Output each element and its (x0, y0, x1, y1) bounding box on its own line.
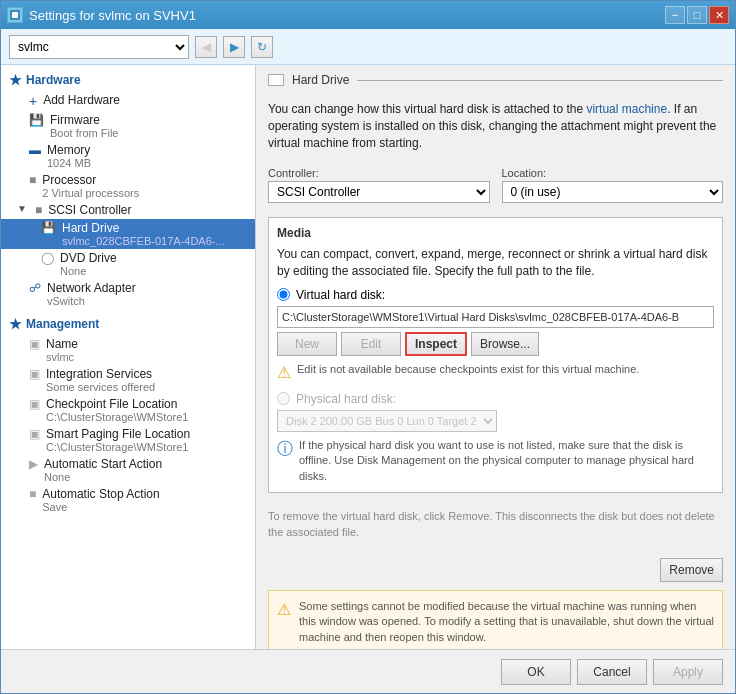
sidebar-item-auto-start[interactable]: ▶ Automatic Start Action None (1, 455, 255, 485)
hardware-label: Hardware (26, 73, 81, 87)
main-content: ★ Hardware + Add Hardware 💾 Firmware Boo… (1, 65, 735, 649)
processor-label: Processor (42, 173, 139, 187)
add-hardware-icon: + (29, 93, 37, 109)
controller-group: Controller: SCSI Controller (268, 167, 490, 203)
edit-warning-row: ⚠ Edit is not available because checkpoi… (277, 362, 714, 382)
smart-paging-sub: C:\ClusterStorage\WMStore1 (46, 441, 190, 453)
media-info: You can compact, convert, expand, merge,… (277, 246, 714, 280)
hard-drive-section-icon (268, 74, 284, 86)
integration-sub: Some services offered (46, 381, 155, 393)
hard-drive-icon: 💾 (41, 221, 56, 235)
title-bar-left: Settings for svlmc on SVHV1 (7, 7, 196, 23)
physical-disk-radio[interactable] (277, 392, 290, 405)
name-icon: ▣ (29, 337, 40, 351)
hardware-section-header: ★ Hardware (1, 69, 255, 91)
sidebar-item-memory[interactable]: ▬ Memory 1024 MB (1, 141, 255, 171)
bottom-warning-icon: ⚠ (277, 600, 291, 619)
warning-icon: ⚠ (277, 363, 291, 382)
apply-button[interactable]: Apply (653, 659, 723, 685)
media-section: Media You can compact, convert, expand, … (268, 217, 723, 493)
location-label: Location: (502, 167, 724, 179)
refresh-button[interactable]: ↻ (251, 36, 273, 58)
processor-icon: ■ (29, 173, 36, 187)
sidebar-item-firmware[interactable]: 💾 Firmware Boot from File (1, 111, 255, 141)
window-controls: − □ ✕ (665, 6, 729, 24)
virtual-disk-radio-row: Virtual hard disk: (277, 288, 714, 302)
name-sub: svlmc (46, 351, 78, 363)
section-title-divider (357, 80, 723, 81)
location-select[interactable]: 0 (in use) (502, 181, 724, 203)
auto-stop-icon: ■ (29, 487, 36, 501)
sidebar-item-scsi-controller[interactable]: ▼ ■ SCSI Controller (1, 201, 255, 219)
physical-disk-label: Physical hard disk: (296, 392, 396, 406)
footer: OK Cancel Apply (1, 649, 735, 693)
inspect-button[interactable]: Inspect (405, 332, 467, 356)
hard-drive-sub: svlmc_028CBFEB-017A-4DA6-... (62, 235, 225, 247)
remove-button[interactable]: Remove (660, 558, 723, 582)
dvd-label: DVD Drive (60, 251, 117, 265)
virtual-disk-radio[interactable] (277, 288, 290, 301)
auto-start-label: Automatic Start Action (44, 457, 162, 471)
back-button[interactable]: ◀ (195, 36, 217, 58)
ok-button[interactable]: OK (501, 659, 571, 685)
controller-label: Controller: (268, 167, 490, 179)
management-section-header: ★ Management (1, 313, 255, 335)
remove-row: Remove (268, 558, 723, 582)
svg-rect-1 (12, 12, 18, 18)
firmware-label: Firmware (50, 113, 118, 127)
processor-sub: 2 Virtual processors (42, 187, 139, 199)
sidebar-item-dvd-drive[interactable]: ◯ DVD Drive None (1, 249, 255, 279)
sidebar-item-smart-paging[interactable]: ▣ Smart Paging File Location C:\ClusterS… (1, 425, 255, 455)
checkpoint-sub: C:\ClusterStorage\WMStore1 (46, 411, 188, 423)
sidebar-item-processor[interactable]: ■ Processor 2 Virtual processors (1, 171, 255, 201)
smart-paging-icon: ▣ (29, 427, 40, 441)
close-button[interactable]: ✕ (709, 6, 729, 24)
physical-info-row: ⓘ If the physical hard disk you want to … (277, 438, 714, 484)
network-sub: vSwitch (47, 295, 136, 307)
sidebar-item-name[interactable]: ▣ Name svlmc (1, 335, 255, 365)
checkpoint-label: Checkpoint File Location (46, 397, 188, 411)
auto-start-icon: ▶ (29, 457, 38, 471)
memory-label: Memory (47, 143, 91, 157)
maximize-button[interactable]: □ (687, 6, 707, 24)
minimize-button[interactable]: − (665, 6, 685, 24)
info-icon: ⓘ (277, 439, 293, 460)
name-label: Name (46, 337, 78, 351)
sidebar-item-checkpoint[interactable]: ▣ Checkpoint File Location C:\ClusterSto… (1, 395, 255, 425)
scsi-icon: ■ (35, 203, 42, 217)
main-window: Settings for svlmc on SVHV1 − □ ✕ svlmc … (0, 0, 736, 694)
expand-icon: ▼ (17, 203, 27, 214)
physical-disk-select[interactable]: Disk 2 200.00 GB Bus 0 Lun 0 Target 2 (277, 410, 497, 432)
sidebar-item-add-hardware[interactable]: + Add Hardware (1, 91, 255, 111)
toolbar: svlmc ◀ ▶ ↻ (1, 29, 735, 65)
sidebar-item-network-adapter[interactable]: ☍ Network Adapter vSwitch (1, 279, 255, 309)
location-group: Location: 0 (in use) (502, 167, 724, 203)
auto-stop-sub: Save (42, 501, 159, 513)
cancel-button[interactable]: Cancel (577, 659, 647, 685)
integration-icon: ▣ (29, 367, 40, 381)
sidebar-item-hard-drive[interactable]: 💾 Hard Drive svlmc_028CBFEB-017A-4DA6-..… (1, 219, 255, 249)
virtual-disk-path-input[interactable] (277, 306, 714, 328)
memory-sub: 1024 MB (47, 157, 91, 169)
virtual-machine-link[interactable]: virtual machine (586, 102, 667, 116)
controller-select[interactable]: SCSI Controller (268, 181, 490, 203)
smart-paging-label: Smart Paging File Location (46, 427, 190, 441)
integration-label: Integration Services (46, 367, 155, 381)
remove-text: To remove the virtual hard disk, click R… (268, 509, 723, 540)
management-icon: ★ (9, 316, 22, 332)
disk-action-buttons: New Edit Inspect Browse... (277, 332, 714, 356)
vm-select[interactable]: svlmc (9, 35, 189, 59)
firmware-sub: Boot from File (50, 127, 118, 139)
sidebar-item-auto-stop[interactable]: ■ Automatic Stop Action Save (1, 485, 255, 515)
edit-button[interactable]: Edit (341, 332, 401, 356)
browse-button[interactable]: Browse... (471, 332, 539, 356)
edit-warning-text: Edit is not available because checkpoint… (297, 362, 639, 377)
virtual-disk-label: Virtual hard disk: (296, 288, 385, 302)
controller-location-row: Controller: SCSI Controller Location: 0 … (268, 167, 723, 203)
memory-icon: ▬ (29, 143, 41, 157)
hard-drive-label: Hard Drive (62, 221, 225, 235)
sidebar-item-integration-services[interactable]: ▣ Integration Services Some services off… (1, 365, 255, 395)
forward-button[interactable]: ▶ (223, 36, 245, 58)
physical-disk-radio-row: Physical hard disk: (277, 392, 714, 406)
new-button[interactable]: New (277, 332, 337, 356)
